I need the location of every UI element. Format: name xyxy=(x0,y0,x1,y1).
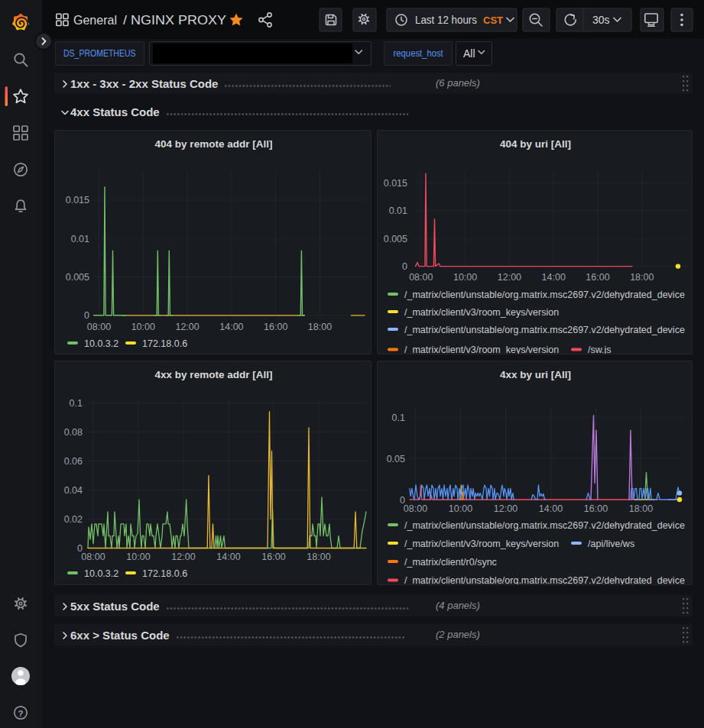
svg-text:16:00: 16:00 xyxy=(264,322,287,332)
svg-text:08:00: 08:00 xyxy=(81,552,105,562)
svg-text:18:00: 18:00 xyxy=(307,552,330,562)
svg-text:General: General xyxy=(73,13,117,28)
svg-text:12:00: 12:00 xyxy=(498,272,521,283)
svg-text:0.01: 0.01 xyxy=(389,205,407,216)
svg-text:12:00: 12:00 xyxy=(171,552,195,562)
svg-text:0.015: 0.015 xyxy=(66,195,89,205)
svg-text:404 by remote addr [All]: 404 by remote addr [All] xyxy=(155,138,273,150)
svg-text:14:00: 14:00 xyxy=(219,322,243,332)
svg-text:0.005: 0.005 xyxy=(66,272,89,283)
svg-text:0.01: 0.01 xyxy=(71,234,89,244)
svg-text:08:00: 08:00 xyxy=(87,322,111,332)
svg-text:0.005: 0.005 xyxy=(384,234,407,244)
svg-text:CST: CST xyxy=(483,15,503,26)
svg-text:10:00: 10:00 xyxy=(126,552,150,562)
svg-text:4xx by remote addr [All]: 4xx by remote addr [All] xyxy=(155,369,273,380)
svg-text:10:00: 10:00 xyxy=(131,322,155,332)
svg-text:172.18.0.6: 172.18.0.6 xyxy=(142,568,187,579)
svg-text:Last 12 hours: Last 12 hours xyxy=(415,14,477,26)
svg-text:/_matrix/client/v3/room_keys/v: /_matrix/client/v3/room_keys/version xyxy=(404,345,559,354)
svg-text:/_matrix/client/unstable/org.m: /_matrix/client/unstable/org.matrix.msc2… xyxy=(404,575,685,584)
svg-text:10:00: 10:00 xyxy=(453,272,477,283)
svg-text:4xx by uri [All]: 4xx by uri [All] xyxy=(500,369,571,380)
svg-text:0.015: 0.015 xyxy=(384,178,407,189)
svg-text:08:00: 08:00 xyxy=(404,503,427,514)
svg-text:/api/live/ws: /api/live/ws xyxy=(588,539,634,549)
svg-text:?: ? xyxy=(18,709,23,718)
svg-text:/sw.js: /sw.js xyxy=(588,345,612,354)
svg-text:14:00: 14:00 xyxy=(216,552,240,562)
svg-text:404 by uri [All]: 404 by uri [All] xyxy=(500,138,571,150)
svg-text:16:00: 16:00 xyxy=(261,552,285,562)
svg-text:0: 0 xyxy=(402,261,407,272)
svg-text:0.1: 0.1 xyxy=(70,398,83,409)
svg-text:/_matrix/client/v3/room_keys/v: /_matrix/client/v3/room_keys/version xyxy=(404,539,559,549)
svg-text:/_matrix/client/r0/sync: /_matrix/client/r0/sync xyxy=(404,557,497,568)
svg-text:/_matrix/client/unstable/org.m: /_matrix/client/unstable/org.matrix.msc2… xyxy=(404,290,685,300)
svg-text:0: 0 xyxy=(84,310,89,321)
svg-text:18:00: 18:00 xyxy=(630,272,654,283)
svg-text:16:00: 16:00 xyxy=(584,503,608,514)
svg-text:0.1: 0.1 xyxy=(392,413,405,423)
svg-text:0.06: 0.06 xyxy=(64,456,83,467)
svg-text:10:00: 10:00 xyxy=(449,503,472,514)
svg-text:10.0.3.2: 10.0.3.2 xyxy=(84,338,118,349)
svg-text:0.04: 0.04 xyxy=(64,485,83,496)
svg-text:/_matrix/client/unstable/org.m: /_matrix/client/unstable/org.matrix.msc2… xyxy=(404,520,685,531)
svg-text:0.05: 0.05 xyxy=(387,454,405,464)
svg-text:18:00: 18:00 xyxy=(308,322,332,332)
svg-text:12:00: 12:00 xyxy=(175,322,199,332)
svg-text:172.18.0.6: 172.18.0.6 xyxy=(142,338,187,349)
svg-text:08:00: 08:00 xyxy=(409,272,433,283)
svg-text:18:00: 18:00 xyxy=(629,503,653,514)
svg-text:/ NGINX PROXY: / NGINX PROXY xyxy=(123,13,226,28)
svg-text:/_matrix/client/unstable/org.m: /_matrix/client/unstable/org.matrix.msc2… xyxy=(404,325,685,335)
svg-text:/_matrix/client/v3/room_keys/v: /_matrix/client/v3/room_keys/version xyxy=(404,307,559,318)
svg-text:14:00: 14:00 xyxy=(539,503,563,514)
svg-text:0.02: 0.02 xyxy=(64,514,83,525)
svg-text:14:00: 14:00 xyxy=(542,272,566,283)
svg-text:16:00: 16:00 xyxy=(586,272,609,283)
svg-text:10.0.3.2: 10.0.3.2 xyxy=(84,568,118,579)
svg-text:0.08: 0.08 xyxy=(64,427,83,438)
svg-text:30s: 30s xyxy=(592,14,610,26)
svg-text:12:00: 12:00 xyxy=(494,503,517,514)
